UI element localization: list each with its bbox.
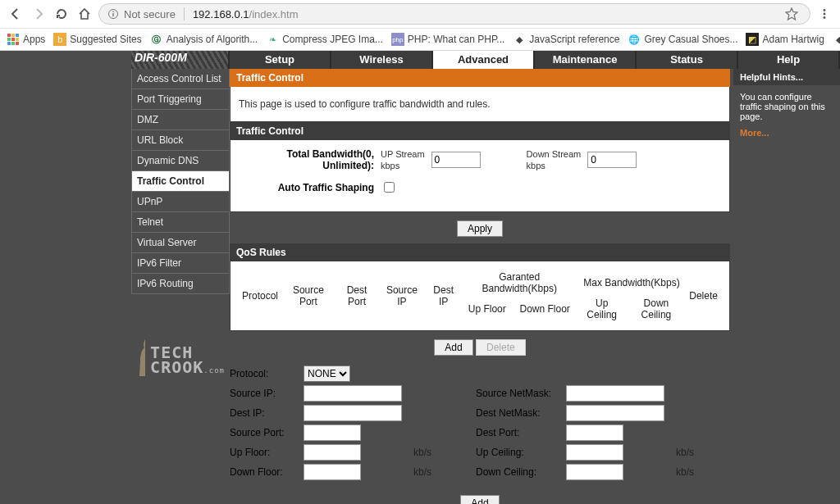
reload-button[interactable] <box>52 5 71 23</box>
sidebar-item-acl[interactable]: Access Control List <box>131 69 230 89</box>
url-path: /index.htm <box>249 8 299 20</box>
dest-port-label: Dest Port: <box>476 427 566 438</box>
home-button[interactable] <box>75 5 94 23</box>
svg-rect-9 <box>7 38 11 41</box>
qos-add-button[interactable]: Add <box>434 339 472 356</box>
src-ip-input[interactable] <box>304 385 402 402</box>
sidebar-item-port-triggering[interactable]: Port Triggering <box>131 89 230 110</box>
tab-wireless[interactable]: Wireless <box>331 51 433 69</box>
protocol-label: Protocol: <box>230 368 304 379</box>
bookmark-item[interactable]: 🌐Grey Casual Shoes... <box>628 33 737 46</box>
src-netmask-input[interactable] <box>566 385 664 402</box>
forward-button[interactable] <box>30 5 48 23</box>
col-up-ceil: Up Ceiling <box>578 296 627 322</box>
qos-delete-button[interactable]: Delete <box>476 339 526 356</box>
up-ceil-input[interactable] <box>566 444 623 461</box>
menu-button[interactable] <box>815 5 833 23</box>
sidebar-item-telnet[interactable]: Telnet <box>131 212 230 233</box>
sidebar-item-virtual-server[interactable]: Virtual Server <box>131 233 230 253</box>
upstream-input[interactable] <box>431 152 481 168</box>
ah-icon: ◩ <box>746 33 759 46</box>
auto-shaping-label: Auto Traffic Shaping <box>239 182 374 193</box>
svg-rect-13 <box>11 42 15 45</box>
svg-rect-11 <box>16 38 19 41</box>
globe-icon: 🌐 <box>628 33 641 46</box>
dest-ip-label: Dest IP: <box>230 407 304 419</box>
svg-point-4 <box>824 13 826 16</box>
section-traffic-control: Traffic Control <box>230 122 730 140</box>
apps-button[interactable]: Apps <box>7 33 45 46</box>
sidebar-item-ipv6-filter[interactable]: IPv6 Filter <box>131 253 230 274</box>
dest-ip-input[interactable] <box>304 405 402 421</box>
sidebar-item-traffic-control[interactable]: Traffic Control <box>131 171 230 192</box>
dest-netmask-label: Dest NetMask: <box>476 407 566 419</box>
bookmarks-bar: Apps bSuggested Sites ⒼAnalysis of Algor… <box>0 28 840 51</box>
leaf-icon: ❧ <box>266 33 279 46</box>
dest-netmask-input[interactable] <box>566 405 664 421</box>
bookmark-item[interactable]: ◆JavaScript <box>833 33 840 46</box>
upstream-label: UP Stream <box>381 149 425 159</box>
mdn-icon: ◆ <box>833 33 840 46</box>
svg-rect-8 <box>16 34 19 37</box>
svg-point-3 <box>824 9 826 11</box>
page-title: Traffic Control <box>230 69 730 87</box>
kbps-label: kbps <box>527 161 546 170</box>
downstream-input[interactable] <box>587 152 637 168</box>
svg-rect-6 <box>7 34 11 37</box>
tab-help[interactable]: Help <box>738 51 840 69</box>
back-button[interactable] <box>7 5 25 23</box>
tab-advanced[interactable]: Advanced <box>433 51 535 69</box>
col-protocol: Protocol <box>239 270 281 322</box>
tab-setup[interactable]: Setup <box>230 51 331 69</box>
sidebar-item-dmz[interactable]: DMZ <box>131 110 230 130</box>
col-garanted: Garanted Bandwidth(Kbps) <box>462 270 578 296</box>
help-more-link[interactable]: More... <box>740 128 833 138</box>
up-floor-input[interactable] <box>304 444 361 461</box>
dest-port-input[interactable] <box>566 425 623 441</box>
down-ceil-input[interactable] <box>566 464 623 480</box>
src-port-label: Source Port: <box>230 427 304 438</box>
sidebar-item-url-block[interactable]: URL Block <box>131 130 230 151</box>
src-ip-label: Source IP: <box>230 388 304 399</box>
sidebar-item-ddns[interactable]: Dynamic DNS <box>131 151 230 171</box>
apply-button[interactable]: Apply <box>457 220 503 237</box>
bookmark-item[interactable]: ◆JavaScript reference <box>513 33 619 46</box>
help-title: Helpful Hints... <box>733 69 840 85</box>
svg-rect-2 <box>112 11 113 12</box>
svg-rect-12 <box>7 42 11 45</box>
src-port-input[interactable] <box>304 425 361 441</box>
svg-rect-10 <box>11 38 15 41</box>
sidebar-item-upnp[interactable]: UPnP <box>131 192 230 212</box>
svg-rect-14 <box>16 42 19 45</box>
bookmark-item[interactable]: ◩Adam Hartwig <box>746 33 824 46</box>
svg-rect-7 <box>11 34 15 37</box>
bookmark-item[interactable]: phpPHP: What can PHP... <box>391 33 505 46</box>
arrow-right-icon <box>32 7 45 20</box>
bookmark-item[interactable]: ⒼAnalysis of Algorith... <box>150 33 258 46</box>
svg-point-5 <box>824 16 826 19</box>
mdn-icon: ◆ <box>513 33 526 46</box>
bing-icon: b <box>53 33 66 46</box>
downstream-label: Down Stream <box>527 149 582 159</box>
address-bar[interactable]: Not secure 192.168.0.1/index.htm <box>98 3 810 25</box>
auto-shaping-checkbox[interactable] <box>384 182 395 193</box>
bookmark-star-icon[interactable] <box>785 7 798 20</box>
model-label: DIR-600M <box>131 51 230 69</box>
sidebar-item-ipv6-routing[interactable]: IPv6 Routing <box>131 274 230 294</box>
tab-maintenance[interactable]: Maintenance <box>535 51 637 69</box>
down-floor-input[interactable] <box>304 464 361 480</box>
side-menu: Access Control List Port Triggering DMZ … <box>131 69 230 504</box>
down-floor-label: Down Floor: <box>230 466 304 478</box>
home-icon <box>78 7 91 20</box>
wizard-icon <box>136 334 145 378</box>
up-floor-label: Up Floor: <box>230 447 304 458</box>
protocol-select[interactable]: NONE <box>304 366 350 382</box>
rule-add-button[interactable]: Add <box>460 495 499 504</box>
page-description: This page is used to configure traffic b… <box>230 87 730 122</box>
kbps-label: kbps <box>381 161 399 170</box>
bookmark-item[interactable]: bSuggested Sites <box>53 33 141 46</box>
tab-status[interactable]: Status <box>637 51 738 69</box>
bookmark-item[interactable]: ❧Compress JPEG Ima... <box>266 33 383 46</box>
svg-rect-1 <box>112 13 113 16</box>
down-ceil-label: Down Ceiling: <box>476 466 566 478</box>
